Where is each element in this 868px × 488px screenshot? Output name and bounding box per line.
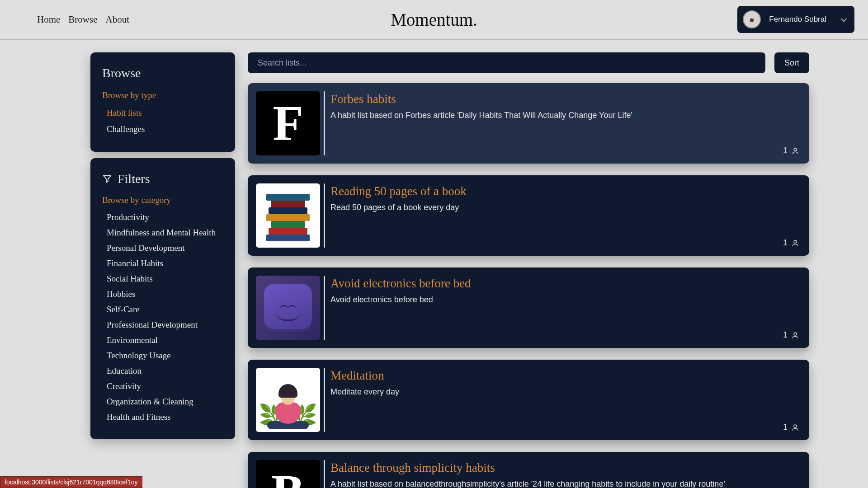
subscriber-count: 1 bbox=[783, 422, 788, 432]
content: Browse Browse by type Habit listsChallen… bbox=[0, 40, 868, 488]
card-body: Forbes habits A habit list based on Forb… bbox=[330, 91, 801, 155]
user-icon bbox=[791, 423, 799, 432]
card-list: F Forbes habits A habit list based on Fo… bbox=[248, 83, 809, 488]
user-name: Fernando Sobral bbox=[769, 15, 826, 24]
card-thumbnail: 🌿🌿 bbox=[256, 368, 320, 432]
user-icon bbox=[791, 147, 799, 155]
card-description: A habit list based on balancedthroughsim… bbox=[330, 479, 801, 488]
subscriber-count: 1 bbox=[783, 330, 788, 340]
card-divider bbox=[324, 460, 325, 488]
card-meta: 1 bbox=[783, 238, 799, 248]
status-bar: localhost:3000/lists/clsj621r7001qqq680t… bbox=[0, 476, 142, 488]
category-item[interactable]: Productivity bbox=[102, 210, 223, 225]
user-icon bbox=[791, 331, 799, 339]
type-list: Habit listsChallenges bbox=[102, 105, 223, 137]
search-input[interactable] bbox=[248, 52, 765, 73]
list-card[interactable]: B Balance through simplicity habits A ha… bbox=[248, 452, 809, 488]
category-item[interactable]: Health and Fitness bbox=[102, 409, 223, 425]
category-list: ProductivityMindfulness and Mental Healt… bbox=[102, 210, 223, 425]
card-divider bbox=[324, 91, 325, 155]
subscriber-count: 1 bbox=[783, 238, 788, 248]
category-item[interactable]: Hobbies bbox=[102, 286, 223, 302]
svg-point-1 bbox=[794, 240, 797, 243]
card-thumbnail bbox=[256, 276, 320, 340]
avatar bbox=[743, 10, 761, 28]
category-item[interactable]: Social Habits bbox=[102, 271, 223, 286]
category-item[interactable]: Environmental bbox=[102, 333, 223, 348]
category-item[interactable]: Technology Usage bbox=[102, 348, 223, 363]
left-column: Browse Browse by type Habit listsChallen… bbox=[90, 52, 235, 488]
list-card[interactable]: 🌿🌿 Meditation Meditate every day 1 bbox=[248, 360, 809, 440]
svg-point-0 bbox=[794, 148, 797, 151]
category-item[interactable]: Financial Habits bbox=[102, 256, 223, 271]
card-title: Reading 50 pages of a book bbox=[330, 184, 801, 198]
card-body: Meditation Meditate every day bbox=[330, 368, 801, 432]
card-divider bbox=[324, 183, 325, 248]
category-item[interactable]: Personal Development bbox=[102, 240, 223, 256]
type-item[interactable]: Challenges bbox=[102, 121, 223, 137]
filters-panel: Filters Browse by category ProductivityM… bbox=[90, 158, 235, 439]
user-menu[interactable]: Fernando Sobral bbox=[737, 6, 854, 33]
browse-title: Browse bbox=[102, 66, 223, 80]
search-row: Sort bbox=[248, 52, 809, 73]
card-body: Balance through simplicity habits A habi… bbox=[330, 460, 801, 488]
card-thumbnail: F bbox=[256, 91, 320, 155]
card-description: A habit list based on Forbes article 'Da… bbox=[330, 111, 801, 120]
main-nav: Home Browse About bbox=[37, 14, 129, 25]
browse-panel: Browse Browse by type Habit listsChallen… bbox=[90, 52, 235, 152]
card-divider bbox=[324, 276, 325, 340]
sort-button[interactable]: Sort bbox=[774, 52, 809, 73]
user-icon bbox=[791, 239, 799, 247]
card-divider bbox=[324, 368, 325, 432]
card-description: Avoid electronics before bed bbox=[330, 295, 801, 305]
card-title: Balance through simplicity habits bbox=[330, 461, 801, 475]
card-title: Forbes habits bbox=[330, 92, 801, 106]
filters-title: Filters bbox=[118, 172, 150, 186]
chevron-down-icon bbox=[840, 16, 847, 22]
list-card[interactable]: Avoid electronics before bed Avoid elect… bbox=[248, 267, 809, 348]
browse-by-category-label: Browse by category bbox=[102, 195, 223, 205]
type-item[interactable]: Habit lists bbox=[102, 105, 223, 121]
card-title: Meditation bbox=[330, 369, 801, 383]
card-description: Meditate every day bbox=[330, 387, 801, 397]
card-title: Avoid electronics before bed bbox=[330, 277, 801, 291]
browse-by-type-label: Browse by type bbox=[102, 90, 223, 100]
list-card[interactable]: Reading 50 pages of a book Read 50 pages… bbox=[248, 175, 809, 256]
card-meta: 1 bbox=[783, 422, 799, 432]
category-item[interactable]: Organization & Cleaning bbox=[102, 394, 223, 409]
category-item[interactable]: Self-Care bbox=[102, 302, 223, 317]
category-item[interactable]: Professional Development bbox=[102, 317, 223, 333]
card-meta: 1 bbox=[783, 146, 799, 155]
card-body: Avoid electronics before bed Avoid elect… bbox=[330, 276, 801, 340]
card-description: Read 50 pages of a book every day bbox=[330, 203, 801, 212]
nav-about[interactable]: About bbox=[106, 14, 130, 25]
category-item[interactable]: Mindfulness and Mental Health bbox=[102, 225, 223, 240]
nav-browse[interactable]: Browse bbox=[68, 14, 97, 25]
category-item[interactable]: Creativity bbox=[102, 379, 223, 394]
card-meta: 1 bbox=[783, 330, 799, 340]
svg-point-2 bbox=[794, 333, 797, 335]
card-body: Reading 50 pages of a book Read 50 pages… bbox=[330, 183, 801, 248]
card-thumbnail: B bbox=[256, 460, 320, 488]
category-item[interactable]: Education bbox=[102, 363, 223, 379]
card-thumbnail bbox=[256, 183, 320, 248]
subscriber-count: 1 bbox=[783, 146, 788, 155]
header: Home Browse About Momentum. Fernando Sob… bbox=[0, 0, 868, 40]
nav-home[interactable]: Home bbox=[37, 14, 60, 25]
funnel-icon bbox=[102, 174, 112, 184]
main-column: Sort F Forbes habits A habit list based … bbox=[248, 52, 809, 488]
brand-title: Momentum. bbox=[391, 9, 477, 30]
svg-point-3 bbox=[794, 425, 797, 427]
list-card[interactable]: F Forbes habits A habit list based on Fo… bbox=[248, 83, 809, 164]
